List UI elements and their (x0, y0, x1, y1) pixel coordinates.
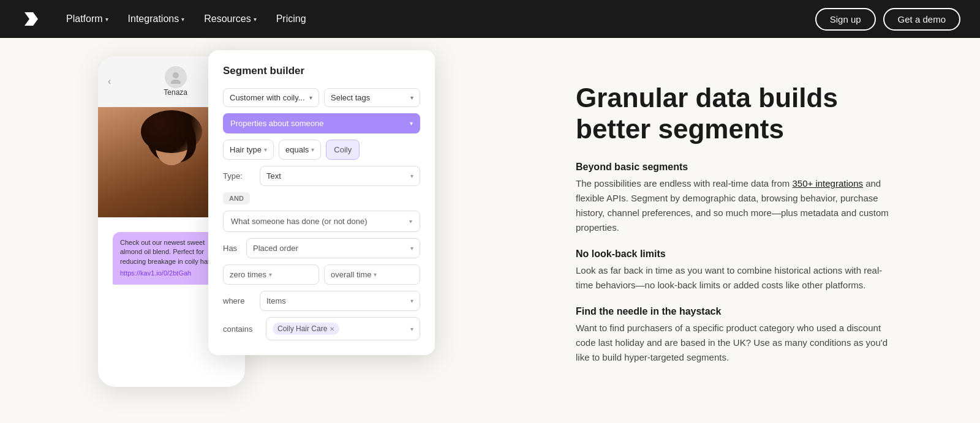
items-dropdown[interactable]: Items ▾ (260, 291, 420, 311)
chevron-down-icon: ▾ (410, 120, 413, 127)
placed-order-dropdown[interactable]: Placed order ▾ (246, 238, 420, 258)
back-icon: ‹ (108, 76, 111, 87)
signup-button[interactable]: Sign up (815, 8, 876, 31)
hair-type-row: Hair type ▾ equals ▾ Coily (223, 140, 420, 160)
what-someone-dropdown[interactable]: What someone has done (or not done) ▾ (223, 211, 420, 232)
select-tags-dropdown[interactable]: Select tags ▾ (324, 88, 420, 107)
page-headline: Granular data builds better segments (576, 83, 919, 144)
navbar: Platform ▾ Integrations ▾ Resources ▾ Pr… (0, 0, 980, 38)
integrations-link[interactable]: 350+ integrations (792, 178, 863, 189)
section-find-needle: Find the needle in the haystack Want to … (576, 306, 931, 365)
segment-builder-title: Segment builder (223, 65, 420, 77)
where-row: where Items ▾ (223, 291, 420, 311)
section-body-2: Look as far back in time as you want to … (576, 263, 894, 293)
chevron-down-icon: ▾ (409, 218, 412, 225)
chevron-down-icon: ▾ (264, 146, 267, 153)
chevron-down-icon: ▾ (181, 16, 184, 23)
chevron-down-icon: ▾ (374, 271, 377, 278)
nav-pricing[interactable]: Pricing (268, 9, 315, 29)
zero-times-dropdown[interactable]: zero times ▾ (223, 264, 319, 285)
times-row: zero times ▾ overall time ▾ (223, 264, 420, 285)
section-title-2: No look-back limits (576, 249, 931, 260)
svg-point-2 (173, 72, 179, 78)
contains-label: contains (223, 324, 260, 334)
equals-dropdown[interactable]: equals ▾ (279, 140, 321, 160)
coily-hair-care-tag: Coily Hair Care ✕ (273, 323, 339, 335)
contact-name: Tenaza (164, 88, 187, 97)
type-label: Type: (223, 171, 254, 181)
chevron-down-icon: ▾ (410, 245, 413, 252)
properties-dropdown[interactable]: Properties about someone ▾ (223, 113, 420, 133)
avatar (165, 66, 187, 88)
nav-platform[interactable]: Platform ▾ (58, 9, 117, 29)
overall-time-dropdown[interactable]: overall time ▾ (324, 264, 420, 285)
chevron-down-icon: ▾ (269, 271, 272, 278)
chat-link[interactable]: https://kav1.io/0/2btGah (120, 269, 223, 278)
contains-value-dropdown[interactable]: Coily Hair Care ✕ ▾ (266, 317, 420, 340)
and-badge: AND (223, 192, 250, 204)
properties-row: Properties about someone ▾ (223, 113, 420, 133)
svg-point-3 (171, 80, 181, 84)
remove-tag-icon[interactable]: ✕ (330, 326, 334, 332)
chevron-down-icon: ▾ (311, 146, 314, 153)
nav-integrations[interactable]: Integrations ▾ (119, 9, 194, 29)
customer-dropdown[interactable]: Customer with coily... ▾ (223, 88, 319, 107)
type-row: Type: Text ▾ (223, 166, 420, 186)
contains-row: contains Coily Hair Care ✕ ▾ (223, 317, 420, 340)
left-panel: ‹ Tenaza (0, 38, 539, 423)
chevron-down-icon: ▾ (254, 16, 257, 23)
hair-type-dropdown[interactable]: Hair type ▾ (223, 140, 274, 160)
condition-row-1: Customer with coily... ▾ Select tags ▾ (223, 88, 420, 107)
demo-button[interactable]: Get a demo (883, 8, 960, 31)
section-no-lookback: No look-back limits Look as far back in … (576, 249, 931, 293)
chevron-down-icon: ▾ (410, 298, 413, 304)
right-panel: Granular data builds better segments Bey… (539, 38, 980, 423)
chevron-down-icon: ▾ (105, 16, 108, 23)
has-label: Has (223, 244, 241, 253)
chevron-down-icon: ▾ (410, 94, 413, 101)
nav-logo[interactable] (20, 7, 43, 31)
type-dropdown[interactable]: Text ▾ (260, 166, 420, 186)
section-body-1: The possibilities are endless with real-… (576, 176, 894, 235)
nav-resources[interactable]: Resources ▾ (195, 9, 265, 29)
section-beyond-basic: Beyond basic segments The possibilities … (576, 162, 931, 235)
chevron-down-icon: ▾ (410, 173, 413, 179)
segment-builder-card: Segment builder Customer with coily... ▾… (208, 50, 435, 355)
main-content: ‹ Tenaza (0, 38, 980, 423)
section-body-3: Want to find purchasers of a specific pr… (576, 321, 894, 365)
section-title-1: Beyond basic segments (576, 162, 931, 173)
where-label: where (223, 296, 254, 305)
chevron-down-icon: ▾ (410, 326, 413, 332)
section-title-3: Find the needle in the haystack (576, 306, 931, 317)
chevron-down-icon: ▾ (309, 94, 312, 101)
coily-value[interactable]: Coily (326, 140, 360, 160)
has-row: Has Placed order ▾ (223, 238, 420, 258)
